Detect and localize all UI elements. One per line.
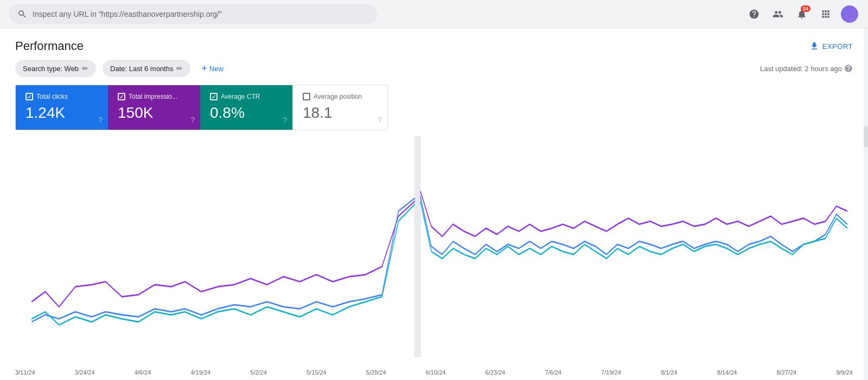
date-label-2: 4/6/24 <box>135 369 151 376</box>
search-type-edit-icon: ✏ <box>82 64 88 73</box>
metric-card-position[interactable]: Average position 18.1 ? <box>292 85 387 130</box>
ctr-value: 0.8% <box>210 104 280 122</box>
apps-button[interactable] <box>816 4 835 24</box>
date-label-5: 5/15/24 <box>307 369 327 376</box>
impressions-label: Total impressio... <box>129 93 177 100</box>
date-label-9: 7/6/24 <box>545 369 561 376</box>
date-label-7: 6/10/24 <box>426 369 446 376</box>
ctr-label: Average CTR <box>221 93 260 100</box>
svg-rect-0 <box>15 136 853 367</box>
date-label-14: 9/9/24 <box>836 369 853 376</box>
scrollbar[interactable] <box>864 28 868 380</box>
notifications-button[interactable]: 24 <box>792 4 812 24</box>
page-title: Performance <box>15 39 84 53</box>
ctr-checkbox[interactable] <box>210 93 218 100</box>
impressions-checkbox[interactable] <box>118 93 125 100</box>
avatar <box>841 5 858 23</box>
impressions-value: 150K <box>118 104 188 122</box>
date-label-1: 3/24/24 <box>75 369 95 376</box>
performance-header: Performance EXPORT <box>0 28 868 60</box>
clicks-value: 1.24K <box>25 104 96 122</box>
date-label-4: 5/2/24 <box>250 369 267 376</box>
export-button[interactable]: EXPORT <box>809 41 853 51</box>
performance-chart <box>15 136 853 367</box>
date-label-6: 5/28/24 <box>366 369 386 376</box>
metric-card-clicks[interactable]: Total clicks 1.24K ? <box>16 85 108 130</box>
apps-icon <box>820 9 831 20</box>
clicks-label: Total clicks <box>36 93 68 100</box>
search-type-label: Search type: Web <box>23 65 79 73</box>
metrics-row: Total clicks 1.24K ? Total impressio... … <box>15 85 388 130</box>
metric-card-impressions[interactable]: Total impressio... 150K ? <box>108 85 200 130</box>
date-label-0: 3/11/24 <box>15 369 35 376</box>
position-label: Average position <box>314 93 362 100</box>
clicks-help-icon: ? <box>98 116 103 124</box>
last-updated-help-icon <box>844 64 853 73</box>
filter-bar: Search type: Web ✏ Date: Last 6 months ✏… <box>0 60 868 85</box>
date-label-12: 8/14/24 <box>717 369 737 376</box>
date-edit-icon: ✏ <box>176 64 183 73</box>
search-input-text: Inspect any URL in "https://easthanoverp… <box>33 10 222 18</box>
ctr-help-icon: ? <box>283 116 287 124</box>
position-help-icon: ? <box>378 116 382 124</box>
notification-count: 24 <box>801 5 810 12</box>
search-type-filter[interactable]: Search type: Web ✏ <box>15 60 96 77</box>
clicks-checkbox[interactable] <box>25 93 33 100</box>
date-label-10: 7/19/24 <box>601 369 621 376</box>
top-bar: Inspect any URL in "https://easthanoverp… <box>0 0 868 28</box>
manage-users-icon <box>773 9 783 20</box>
date-label-13: 8/27/24 <box>777 369 797 376</box>
position-value: 18.1 <box>303 104 375 122</box>
new-filter-button[interactable]: + New <box>197 61 228 77</box>
scrollbar-thumb[interactable] <box>864 126 868 148</box>
date-label-11: 8/1/24 <box>661 369 678 376</box>
search-bar[interactable]: Inspect any URL in "https://easthanoverp… <box>9 4 378 24</box>
search-icon <box>17 9 27 19</box>
metric-card-ctr[interactable]: Average CTR 0.8% ? <box>200 85 292 130</box>
help-button[interactable] <box>744 4 764 24</box>
help-icon <box>749 9 760 20</box>
manage-users-button[interactable] <box>768 4 788 24</box>
account-button[interactable] <box>840 4 859 24</box>
position-checkbox[interactable] <box>303 93 310 100</box>
impressions-help-icon: ? <box>190 116 195 124</box>
last-updated: Last updated: 2 hours ago <box>760 64 853 73</box>
date-label-3: 4/19/24 <box>190 369 210 376</box>
download-icon <box>809 41 819 51</box>
main-content: Performance EXPORT Search type: Web ✏ Da… <box>0 28 868 380</box>
chart-area <box>0 130 868 367</box>
date-filter[interactable]: Date: Last 6 months ✏ <box>103 60 190 77</box>
date-label-8: 6/23/24 <box>486 369 506 376</box>
top-bar-icons: 24 <box>744 4 859 24</box>
plus-icon: + <box>201 63 207 74</box>
date-label: Date: Last 6 months <box>110 65 173 73</box>
